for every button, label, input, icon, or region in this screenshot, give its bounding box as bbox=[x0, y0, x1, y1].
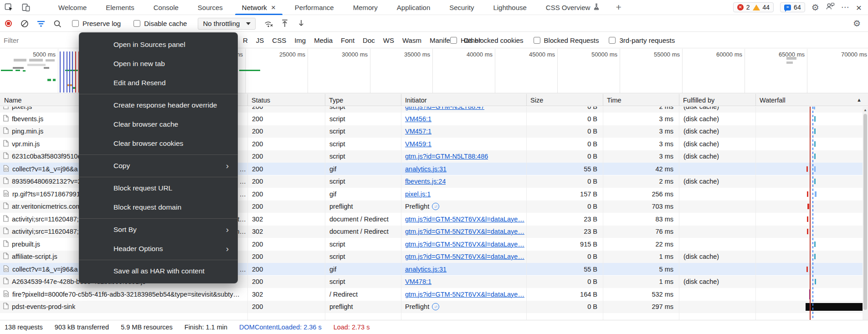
waterfall-cell[interactable] bbox=[755, 125, 863, 138]
initiator-link[interactable]: gtm.js?id=GTM-N5LT88:486 bbox=[405, 153, 488, 160]
column-header-status[interactable]: Status bbox=[247, 94, 325, 106]
more-options-icon[interactable]: ⋯ bbox=[841, 2, 850, 12]
waterfall-cell[interactable] bbox=[755, 175, 863, 188]
initiator-link[interactable]: analytics.js:31 bbox=[405, 266, 447, 273]
waterfall-cell[interactable] bbox=[755, 200, 863, 213]
waterfall-cell[interactable] bbox=[755, 226, 863, 238]
tab-welcome[interactable]: Welcome bbox=[49, 0, 96, 15]
tab-lighthouse[interactable]: Lighthouse bbox=[483, 0, 536, 15]
more-tabs-button[interactable]: + bbox=[609, 2, 627, 13]
menu-item-sort-by[interactable]: Sort By› bbox=[79, 220, 238, 239]
waterfall-cell[interactable] bbox=[755, 301, 863, 313]
initiator-link[interactable]: analytics.js:31 bbox=[405, 165, 447, 173]
tab-security[interactable]: Security bbox=[440, 0, 483, 15]
vertical-scrollbar[interactable]: ▲ bbox=[863, 107, 868, 320]
tab-console[interactable]: Console bbox=[144, 0, 188, 15]
waterfall-cell[interactable] bbox=[755, 213, 863, 225]
close-devtools-icon[interactable]: × bbox=[856, 3, 862, 12]
checkbox-3rd-party-requests[interactable]: 3rd-party requests bbox=[609, 36, 675, 44]
checkbox-blocked-requests[interactable]: Blocked Requests bbox=[534, 36, 599, 44]
request-name-cell[interactable]: pdst-events-prod-sink bbox=[0, 301, 247, 313]
tab-memory[interactable]: Memory bbox=[344, 0, 387, 15]
table-row[interactable]: fire?pixelId=8000fe70-c5b5-41f6-adb3-321… bbox=[0, 288, 863, 300]
initiator-link[interactable]: VM456:1 bbox=[405, 115, 431, 123]
waterfall-cell[interactable] bbox=[755, 138, 863, 150]
menu-item-open-in-sources-panel[interactable]: Open in Sources panel bbox=[79, 35, 238, 54]
search-icon[interactable] bbox=[49, 17, 66, 31]
waterfall-cell[interactable] bbox=[755, 263, 863, 275]
waterfall-cell[interactable] bbox=[755, 288, 863, 300]
filter-type-r[interactable]: R bbox=[239, 35, 252, 46]
device-toolbar-icon[interactable] bbox=[21, 3, 31, 12]
tab-network[interactable]: Network× bbox=[232, 0, 285, 15]
initiator-link[interactable]: VM478:1 bbox=[405, 278, 431, 285]
scrollbar-up-arrow[interactable]: ▲ bbox=[863, 107, 868, 113]
initiator-link[interactable]: gtm.js?id=GTM-N5LT88:47 bbox=[405, 107, 484, 110]
waterfall-cell[interactable] bbox=[755, 113, 863, 125]
initiator-link[interactable]: gtm.js?id=GTM-5N2T6VX&l=dataLaye… bbox=[405, 253, 524, 260]
issues-badge[interactable]: = 64 bbox=[780, 2, 805, 12]
tab-elements[interactable]: Elements bbox=[96, 0, 144, 15]
checkbox-box[interactable] bbox=[134, 20, 140, 27]
tab-application[interactable]: Application bbox=[387, 0, 440, 15]
waterfall-cell[interactable] bbox=[755, 188, 863, 200]
waterfall-cell[interactable] bbox=[755, 163, 863, 175]
menu-item-block-request-url[interactable]: Block request URL bbox=[79, 179, 238, 198]
clear-network-log-icon[interactable] bbox=[16, 17, 33, 31]
filter-type-wasm[interactable]: Wasm bbox=[398, 35, 426, 46]
initiator-link[interactable]: VM459:1 bbox=[405, 140, 431, 148]
menu-item-header-options[interactable]: Header Options› bbox=[79, 239, 238, 258]
checkbox-box[interactable] bbox=[534, 37, 540, 44]
tab-css-overview[interactable]: CSS Overview bbox=[536, 0, 610, 15]
filter-input[interactable]: Filter bbox=[0, 36, 75, 44]
filter-type-img[interactable]: Img bbox=[290, 35, 310, 46]
network-settings-gear-icon[interactable]: ⚙ bbox=[853, 19, 861, 28]
settings-gear-icon[interactable]: ⚙ bbox=[812, 3, 819, 12]
waterfall-cell[interactable] bbox=[755, 276, 863, 288]
checkbox-box[interactable] bbox=[609, 37, 616, 44]
record-network-log-button[interactable] bbox=[0, 17, 16, 31]
initiator-link[interactable]: pixel.js:1 bbox=[405, 190, 431, 198]
tab-performance[interactable]: Performance bbox=[285, 0, 344, 15]
menu-item-block-request-domain[interactable]: Block request domain bbox=[79, 198, 238, 217]
waterfall-cell[interactable] bbox=[755, 251, 863, 263]
column-header-type[interactable]: Type bbox=[325, 94, 401, 106]
inspect-element-icon[interactable] bbox=[5, 3, 13, 12]
menu-item-edit-and-resend[interactable]: Edit and Resend bbox=[79, 73, 238, 92]
checkbox-has-blocked-cookies[interactable]: Has blocked cookies bbox=[450, 36, 524, 44]
errors-warnings-badge[interactable]: ✕ 2 44 bbox=[733, 2, 774, 12]
column-header-waterfall[interactable]: Waterfall bbox=[755, 94, 863, 106]
filter-type-ws[interactable]: WS bbox=[379, 35, 398, 46]
column-header-fulfilled-by[interactable]: Fulfilled by bbox=[679, 94, 755, 106]
feedback-icon[interactable] bbox=[826, 2, 835, 12]
tab-sources[interactable]: Sources bbox=[188, 0, 232, 15]
filter-icon[interactable] bbox=[33, 17, 49, 31]
close-tab-icon[interactable]: × bbox=[271, 4, 276, 11]
export-har-icon[interactable] bbox=[293, 17, 309, 31]
checkbox-box[interactable] bbox=[72, 20, 79, 27]
initiator-link[interactable]: VM457:1 bbox=[405, 128, 431, 135]
initiator-link[interactable]: gtm.js?id=GTM-5N2T6VX&l=dataLaye… bbox=[405, 241, 524, 248]
waterfall-cell[interactable] bbox=[755, 107, 863, 113]
waterfall-cell[interactable] bbox=[755, 238, 863, 250]
filter-type-media[interactable]: Media bbox=[310, 35, 337, 46]
throttling-select[interactable]: No throttling bbox=[198, 18, 256, 30]
network-conditions-icon[interactable] bbox=[260, 17, 277, 31]
checkbox-box[interactable] bbox=[450, 37, 457, 44]
initiator-link[interactable]: fbevents.js:24 bbox=[405, 178, 446, 185]
filter-type-font[interactable]: Font bbox=[337, 35, 359, 46]
menu-item-copy[interactable]: Copy› bbox=[79, 156, 238, 175]
request-name-cell[interactable]: fire?pixelId=8000fe70-c5b5-41f6-adb3-321… bbox=[0, 288, 247, 300]
filter-type-doc[interactable]: Doc bbox=[359, 35, 379, 46]
menu-item-clear-browser-cookies[interactable]: Clear browser cookies bbox=[79, 134, 238, 153]
import-har-icon[interactable] bbox=[277, 17, 293, 31]
initiator-link[interactable]: gtm.js?id=GTM-5N2T6VX&l=dataLaye… bbox=[405, 228, 524, 235]
column-header-time[interactable]: Time bbox=[603, 94, 679, 106]
column-header-initiator[interactable]: Initiator bbox=[401, 94, 526, 106]
disable-cache-checkbox[interactable]: Disable cache bbox=[134, 20, 187, 27]
initiator-link[interactable]: gtm.js?id=GTM-5N2T6VX&l=dataLaye… bbox=[405, 216, 524, 223]
initiator-link[interactable]: gtm.js?id=GTM-5N2T6VX&l=dataLaye… bbox=[405, 291, 524, 298]
menu-item-clear-browser-cache[interactable]: Clear browser cache bbox=[79, 115, 238, 134]
menu-item-open-in-new-tab[interactable]: Open in new tab bbox=[79, 54, 238, 73]
column-header-size[interactable]: Size bbox=[526, 94, 603, 106]
